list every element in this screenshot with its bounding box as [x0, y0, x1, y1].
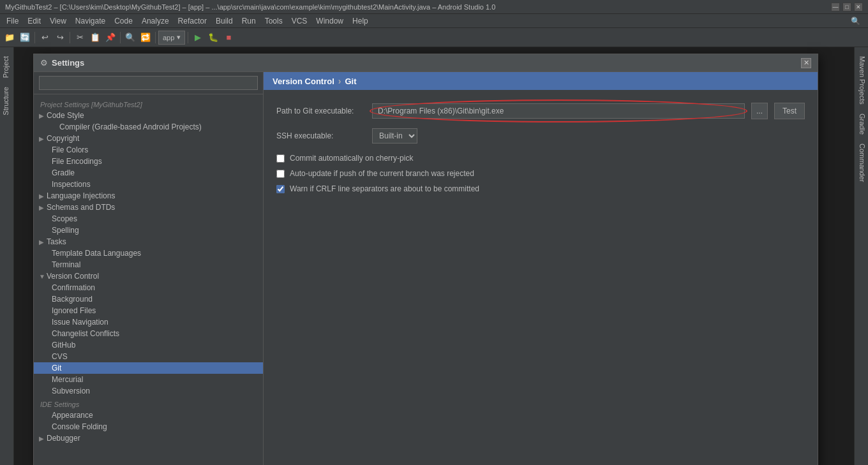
- main-layout: Project Structure ⚙ Settings ✕: [0, 47, 868, 465]
- tree-item-spelling[interactable]: Spelling: [34, 225, 263, 236]
- menu-vcs[interactable]: VCS: [288, 15, 311, 27]
- menu-analyze[interactable]: Analyze: [138, 15, 173, 27]
- toolbar-sep-5: [188, 32, 188, 43]
- arrow-icon: ▶: [39, 239, 47, 246]
- sidebar-item-project[interactable]: Project: [0, 52, 13, 82]
- menu-file[interactable]: File: [3, 15, 22, 27]
- tree-item-label: Gradle: [52, 168, 75, 177]
- cherry-pick-label: Commit automatically on cherry-pick: [290, 154, 413, 163]
- arrow-icon: ▶: [39, 135, 47, 142]
- toolbar-search-btn[interactable]: 🔍: [123, 31, 137, 45]
- tree-item-code-style[interactable]: ▶ Code Style: [34, 110, 263, 121]
- menu-window[interactable]: Window: [312, 15, 347, 27]
- tree-item-console-folding[interactable]: Console Folding: [34, 421, 263, 432]
- tree-item-ignored-files[interactable]: Ignored Files: [34, 305, 263, 316]
- toolbar-sep-1: [34, 32, 35, 43]
- tree-item-github[interactable]: GitHub: [34, 339, 263, 351]
- test-button[interactable]: Test: [774, 103, 805, 119]
- tree-item-file-colors[interactable]: File Colors: [34, 144, 263, 156]
- menu-refactor[interactable]: Refactor: [174, 15, 211, 27]
- tree-item-mercurial[interactable]: Mercurial: [34, 374, 263, 385]
- menu-code[interactable]: Code: [110, 15, 137, 27]
- dialog-search-input[interactable]: [39, 76, 258, 90]
- tree-item-inspections[interactable]: Inspections: [34, 179, 263, 190]
- toolbar-open-btn[interactable]: 📁: [3, 31, 17, 45]
- tree-item-scopes[interactable]: Scopes: [34, 213, 263, 225]
- breadcrumb-git: Git: [345, 77, 356, 86]
- run-btn[interactable]: ▶: [191, 31, 205, 45]
- arrow-icon: ▶: [39, 112, 47, 119]
- tree-item-language-injections[interactable]: ▶ Language Injections: [34, 190, 263, 202]
- tree-item-copyright[interactable]: ▶ Copyright: [34, 133, 263, 144]
- ssh-label: SSH executable:: [276, 131, 366, 140]
- tree-item-cvs[interactable]: CVS: [34, 351, 263, 362]
- warn-crlf-row: Warn if CRLF line separators are about t…: [276, 184, 805, 193]
- menu-navigate[interactable]: Navigate: [71, 15, 109, 27]
- git-path-label: Path to Git executable:: [276, 107, 366, 115]
- tree-item-git[interactable]: Git: [34, 362, 263, 374]
- git-path-row: Path to Git executable: ... Test: [276, 103, 805, 119]
- tree-item-label: GitHub: [52, 341, 75, 350]
- tree-item-changelist-conflicts[interactable]: Changelist Conflicts: [34, 328, 263, 339]
- tree-item-gradle[interactable]: Gradle: [34, 167, 263, 179]
- dialog-title: Settings: [52, 58, 84, 68]
- left-side-panel: Project Structure: [0, 47, 14, 465]
- maximize-button[interactable]: □: [842, 3, 851, 11]
- warn-crlf-checkbox[interactable]: [276, 185, 285, 193]
- tree-item-label: Ignored Files: [52, 306, 96, 315]
- menu-edit[interactable]: Edit: [24, 15, 45, 27]
- tree-item-template-data[interactable]: Template Data Languages: [34, 247, 263, 259]
- tree-item-background[interactable]: Background: [34, 293, 263, 305]
- tree-item-terminal[interactable]: Terminal: [34, 259, 263, 270]
- menu-view[interactable]: View: [46, 15, 70, 27]
- stop-btn[interactable]: ■: [221, 31, 236, 45]
- menu-help[interactable]: Help: [348, 15, 372, 27]
- tree-item-label: File Colors: [52, 145, 88, 154]
- toolbar-cut-btn[interactable]: ✂: [73, 31, 87, 45]
- debug-btn[interactable]: 🐛: [206, 31, 220, 45]
- sidebar-item-maven[interactable]: Maven Projects: [855, 52, 868, 108]
- ssh-select[interactable]: Built-in Native: [372, 128, 417, 144]
- dialog-close-button[interactable]: ✕: [801, 58, 811, 68]
- auto-update-checkbox[interactable]: [276, 170, 285, 178]
- sidebar-item-commander[interactable]: Commander: [855, 140, 868, 186]
- search-everywhere-icon[interactable]: 🔍: [851, 17, 860, 26]
- window-controls[interactable]: — □ ✕: [831, 3, 863, 11]
- toolbar-sync-btn[interactable]: 🔄: [18, 31, 32, 45]
- close-button[interactable]: ✕: [854, 3, 863, 11]
- toolbar-redo-btn[interactable]: ↪: [53, 31, 67, 45]
- cherry-pick-checkbox[interactable]: [276, 154, 285, 163]
- settings-dialog: ⚙ Settings ✕ Project Settings [MyGithubT…: [33, 54, 818, 465]
- tree-item-compiler[interactable]: Compiler (Gradle-based Android Projects): [34, 121, 263, 133]
- tree-item-label: Background: [52, 295, 93, 304]
- tree-item-label: Schemas and DTDs: [47, 203, 115, 212]
- tree-item-issue-navigation[interactable]: Issue Navigation: [34, 316, 263, 328]
- sidebar-item-gradle[interactable]: Gradle: [855, 110, 868, 138]
- toolbar-paste-btn[interactable]: 📌: [103, 31, 117, 45]
- tree-item-subversion[interactable]: Subversion: [34, 385, 263, 397]
- tree-item-schemas-dtds[interactable]: ▶ Schemas and DTDs: [34, 202, 263, 213]
- sidebar-item-structure[interactable]: Structure: [0, 83, 13, 119]
- toolbar-sep-4: [155, 32, 156, 43]
- menu-tools[interactable]: Tools: [261, 15, 287, 27]
- tree-item-label: Confirmation: [52, 283, 95, 292]
- tree-item-confirmation[interactable]: Confirmation: [34, 282, 263, 293]
- tree-item-version-control[interactable]: ▼ Version Control: [34, 270, 263, 282]
- app-selector[interactable]: app ▾: [158, 31, 185, 45]
- right-side-panel: Maven Projects Gradle Commander: [854, 47, 868, 465]
- tree-item-label: Scopes: [52, 214, 77, 223]
- tree-item-tasks[interactable]: ▶ Tasks: [34, 236, 263, 247]
- menu-build[interactable]: Build: [212, 15, 237, 27]
- ellipsis-button[interactable]: ...: [751, 103, 768, 119]
- toolbar-undo-btn[interactable]: ↩: [38, 31, 52, 45]
- minimize-button[interactable]: —: [831, 3, 840, 11]
- tree-item-appearance[interactable]: Appearance: [34, 410, 263, 421]
- tree-item-file-encodings[interactable]: File Encodings: [34, 156, 263, 167]
- checkboxes-section: Commit automatically on cherry-pick Auto…: [276, 154, 805, 193]
- git-path-input[interactable]: [372, 103, 745, 119]
- menu-run[interactable]: Run: [238, 15, 260, 27]
- tree-item-debugger[interactable]: ▶ Debugger: [34, 432, 263, 444]
- toolbar-copy-btn[interactable]: 📋: [88, 31, 102, 45]
- dialog-splitter[interactable]: [242, 111, 246, 404]
- toolbar-replace-btn[interactable]: 🔁: [138, 31, 153, 45]
